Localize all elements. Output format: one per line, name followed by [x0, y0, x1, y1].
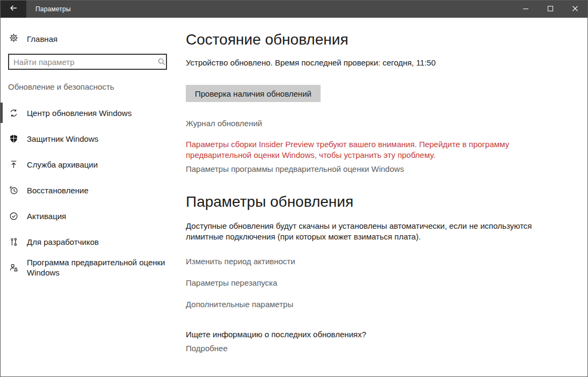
sidebar-item-windows-update[interactable]: Центр обновления Windows	[1, 100, 178, 126]
close-icon	[572, 4, 578, 14]
update-history-link[interactable]: Журнал обновлений	[186, 118, 262, 129]
restart-options-link[interactable]: Параметры перезапуска	[186, 278, 277, 288]
titlebar-drag-area	[71, 1, 513, 18]
info-question-text: Ищете информацию о последних обновлениях…	[186, 329, 571, 340]
search-box	[8, 54, 170, 70]
sidebar-item-label: Центр обновления Windows	[27, 108, 169, 118]
check-updates-button[interactable]: Проверка наличия обновлений	[186, 85, 321, 102]
sidebar-item-activation[interactable]: Активация	[1, 203, 178, 229]
recovery-clock-icon	[9, 186, 18, 195]
sidebar-item-label: Защитник Windows	[27, 134, 169, 144]
sidebar-item-label: Для разработчиков	[27, 237, 169, 247]
sidebar-item-label: Служба архивации	[27, 160, 169, 170]
shield-icon	[9, 134, 18, 143]
search-icon[interactable]	[157, 57, 166, 68]
update-status-heading: Состояние обновления	[186, 31, 571, 49]
minimize-button[interactable]	[513, 1, 538, 18]
back-button[interactable]	[1, 1, 26, 18]
activation-check-icon	[9, 212, 18, 221]
window-title: Параметры	[35, 1, 71, 18]
insider-warning-text[interactable]: Параметры сборки Insider Preview требуют…	[186, 139, 519, 161]
close-button[interactable]	[563, 1, 587, 18]
advanced-options-link[interactable]: Дополнительные параметры	[186, 299, 293, 310]
update-options-heading: Параметры обновления	[186, 193, 571, 211]
minimize-icon	[522, 4, 529, 14]
gear-icon	[9, 33, 18, 45]
search-input[interactable]	[8, 54, 167, 70]
sidebar-item-developers[interactable]: Для разработчиков	[1, 229, 178, 255]
sidebar-item-label: Активация	[27, 211, 169, 221]
sidebar-item-windows-defender[interactable]: Защитник Windows	[1, 126, 178, 151]
sidebar-item-label: Восстановление	[27, 185, 169, 195]
back-arrow-icon	[9, 4, 18, 15]
main-content: Состояние обновления Устройство обновлен…	[178, 18, 587, 376]
update-status-text: Устройство обновлено. Время последней пр…	[186, 57, 571, 68]
sidebar-home-label: Главная	[27, 34, 57, 44]
titlebar: Параметры	[1, 1, 587, 18]
sidebar-item-label: Программа предварительной оценки Windows	[27, 257, 169, 278]
sidebar-item-home[interactable]: Главная	[9, 31, 178, 46]
active-hours-link[interactable]: Изменить период активности	[186, 256, 295, 267]
maximize-button[interactable]	[538, 1, 563, 18]
learn-more-link[interactable]: Подробнее	[186, 343, 228, 354]
sidebar-item-insider-program[interactable]: Программа предварительной оценки Windows	[1, 255, 178, 280]
insider-settings-link[interactable]: Параметры программы предварительной оцен…	[186, 164, 404, 175]
sidebar-nav: Центр обновления Windows Защитник Window…	[1, 100, 178, 280]
insider-person-icon	[9, 263, 18, 272]
sidebar-item-recovery[interactable]: Восстановление	[1, 177, 178, 203]
backup-upload-icon	[9, 160, 18, 169]
maximize-icon	[547, 4, 554, 14]
sidebar-item-backup[interactable]: Служба архивации	[1, 151, 178, 177]
developer-tools-icon	[9, 237, 18, 247]
sync-icon	[9, 108, 18, 118]
sidebar: Главная Обновление и безопасность	[1, 18, 178, 376]
update-options-description: Доступные обновления будут скачаны и уст…	[186, 221, 571, 242]
sidebar-group-label: Обновление и безопасность	[8, 83, 178, 91]
settings-window: Параметры Главная	[0, 0, 588, 377]
